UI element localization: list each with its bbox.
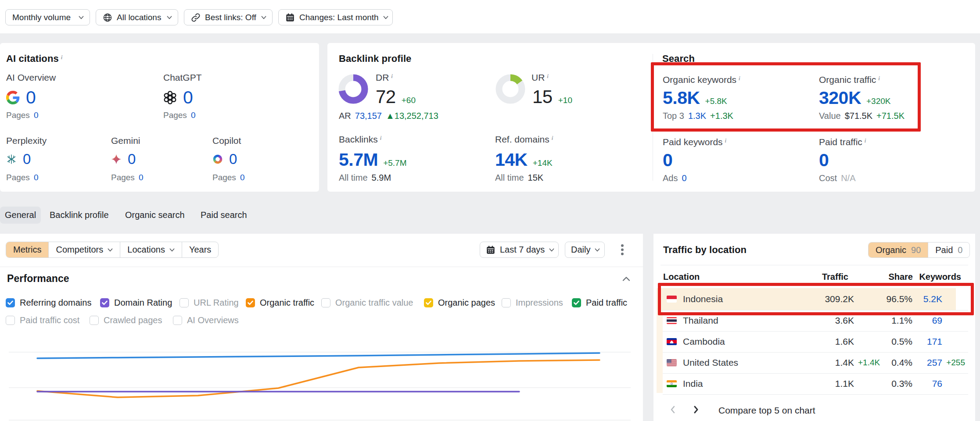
chevron-down-icon: [261, 16, 266, 19]
metric-delta: +5.8K: [705, 96, 727, 106]
performance-card: MetricsCompetitorsLocationsYears Last 7 …: [0, 234, 643, 421]
info-icon[interactable]: i: [61, 54, 63, 61]
dr-delta: +60: [402, 96, 416, 105]
chevron-down-icon: [167, 16, 172, 19]
ai-citations-title: AI citations: [6, 53, 59, 64]
backlinks-label: Backlinks: [339, 134, 378, 144]
ref-domains-alltime-value: 15K: [528, 173, 544, 182]
keywords-value[interactable]: 171: [653, 336, 942, 347]
toggle-count: 0: [958, 245, 962, 255]
ai-source-label: AI Overview: [6, 72, 56, 83]
info-icon[interactable]: i: [725, 137, 727, 144]
divider: [653, 54, 653, 181]
info-icon[interactable]: i: [547, 73, 549, 79]
metric-value[interactable]: 320K: [819, 88, 861, 108]
metric-value[interactable]: 5.8K: [663, 88, 700, 108]
metric-label: Organic traffic: [819, 75, 876, 85]
ref-domains-alltime-label: All time: [495, 173, 524, 182]
tab-paid-search[interactable]: Paid search: [196, 207, 252, 224]
top-filter-bar: Monthly volumeAll locationsBest links: O…: [0, 0, 980, 33]
info-icon[interactable]: i: [878, 75, 880, 82]
metric-sub-value[interactable]: 1.3K: [688, 111, 706, 121]
ai-citation-value: 0: [229, 151, 237, 168]
keywords-value[interactable]: 76: [653, 378, 942, 389]
filter-changes-button[interactable]: Changes: Last month: [278, 9, 393, 25]
dr-label: DR: [376, 72, 389, 82]
metric-label: Paid traffic: [819, 137, 862, 147]
metric-label: Paid keywords: [663, 137, 723, 147]
keywords-value[interactable]: 5.2K: [653, 294, 942, 304]
ai-pages-value[interactable]: 0: [139, 173, 144, 182]
organic-paid-toggle: Organic90Paid0: [868, 242, 970, 258]
tab-general[interactable]: General: [0, 207, 41, 224]
calendar-icon: [285, 13, 295, 22]
toggle-paid[interactable]: Paid0: [928, 243, 969, 257]
ai-pages-row: Pages0: [6, 111, 56, 120]
filter-label: Monthly volume: [12, 13, 74, 22]
metric-sub-value: N/A: [841, 173, 855, 183]
search-title: Search: [662, 53, 695, 64]
column-header-keywords[interactable]: Keywords: [653, 272, 961, 282]
filter-volume-button[interactable]: Monthly volume: [5, 9, 90, 25]
ai-citation-chatgpt: ChatGPT 0 Pages0: [163, 72, 202, 120]
toggle-label: Paid: [935, 245, 953, 255]
ur-delta: +10: [558, 96, 572, 105]
ai-pages-row: Pages0: [6, 173, 47, 182]
metric-sub-value[interactable]: 0: [682, 173, 686, 183]
tab-organic-search[interactable]: Organic search: [120, 207, 190, 224]
metric-sub-delta: +71.5K: [876, 111, 905, 121]
ref-domains-value[interactable]: 14K: [495, 150, 528, 170]
ai-citation-value: 0: [26, 87, 36, 108]
filter-locations-button[interactable]: All locations: [96, 9, 178, 25]
ai-pages-row: Pages0: [111, 173, 143, 182]
ai-citation-value: 0: [183, 87, 193, 108]
divider: [661, 265, 968, 265]
backlinks-alltime-value: 5.9M: [372, 173, 391, 182]
search-metric-paid-keywords: Paid keywordsi 0 Ads0: [663, 137, 726, 147]
ar-delta: ▲13,252,713: [386, 111, 438, 121]
metric-value[interactable]: 0: [819, 150, 829, 171]
traffic-by-location-card: Traffic by location Organic90Paid0 Locat…: [653, 234, 975, 421]
ai-pages-value[interactable]: 0: [191, 111, 196, 120]
chevron-down-icon: [79, 16, 84, 19]
metric-sub-label: Cost: [819, 173, 837, 183]
info-icon[interactable]: i: [391, 73, 393, 79]
filter-label: Changes: Last month: [299, 13, 379, 22]
toggle-organic[interactable]: Organic90: [869, 243, 928, 257]
ai-pages-value[interactable]: 0: [34, 111, 39, 120]
ai-pages-value[interactable]: 0: [34, 173, 39, 182]
next-page-chevron[interactable]: [693, 405, 700, 416]
copilot-icon: [212, 154, 223, 164]
metric-label: Organic keywords: [663, 75, 736, 85]
ai-citation-perplexity: Perplexity 0 Pages0: [6, 136, 47, 182]
backlinks-value[interactable]: 5.7M: [339, 150, 378, 170]
ar-value[interactable]: 73,157: [355, 111, 382, 121]
link-icon: [191, 13, 201, 22]
info-icon[interactable]: i: [380, 135, 382, 141]
prev-page-chevron[interactable]: [669, 405, 676, 416]
perplexity-icon: [6, 154, 17, 164]
dr-value: 72: [376, 86, 396, 107]
tab-backlink-profile[interactable]: Backlink profile: [45, 207, 114, 224]
ur-label: UR: [531, 72, 545, 82]
globe-icon: [103, 13, 112, 22]
row-divider: [663, 310, 968, 310]
metric-sub-label: Value: [819, 111, 841, 121]
info-icon[interactable]: i: [552, 135, 553, 141]
dr-donut-chart: [338, 74, 368, 104]
keywords-value[interactable]: 69: [653, 315, 942, 326]
compare-top5-link[interactable]: Compare top 5 on chart: [718, 405, 815, 416]
filter-best-links-button[interactable]: Best links: Off: [184, 9, 273, 25]
ai-source-label: Perplexity: [6, 136, 47, 146]
metric-value[interactable]: 0: [663, 150, 672, 171]
ai-pages-value[interactable]: 0: [240, 173, 245, 182]
row-divider: [663, 394, 968, 395]
info-icon[interactable]: i: [865, 137, 866, 144]
chatgpt-icon: [163, 91, 177, 104]
ai-citation-ai-overview: AI Overview 0 Pages0: [6, 72, 56, 120]
performance-line-chart[interactable]: [0, 234, 643, 421]
ai-source-label: Copilot: [212, 136, 244, 146]
info-icon[interactable]: i: [739, 75, 740, 82]
filter-label: Best links: Off: [205, 13, 257, 22]
toggle-count: 90: [911, 245, 921, 255]
